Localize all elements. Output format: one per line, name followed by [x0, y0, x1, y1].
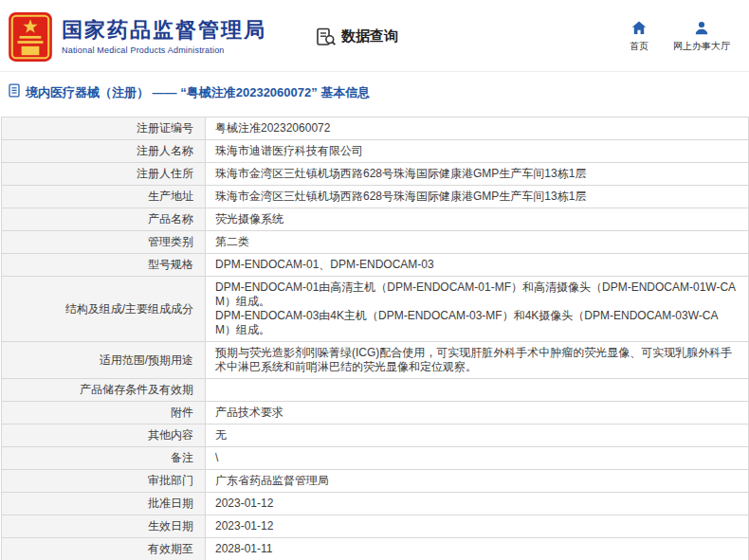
row-value: 珠海市金湾区三灶镇机场西路628号珠海国际健康港GMP生产车间13栋1层: [206, 163, 749, 186]
breadcrumb: 境内医疗器械（注册） —— “粤械注准20232060072” 基本信息: [0, 72, 749, 111]
row-value: 无: [206, 425, 749, 447]
row-label: 型号规格: [2, 254, 206, 277]
table-row: 附件产品技术要求: [2, 402, 749, 425]
site-subtitle: National Medical Products Administration: [62, 45, 266, 55]
row-label: 注册证编号: [2, 117, 206, 140]
row-value: 广东省药品监督管理局: [206, 470, 749, 493]
row-label: 结构及组成/主要组成成分: [2, 277, 206, 342]
row-value: 2028-01-11: [206, 538, 749, 560]
table-row: 注册人住所珠海市金湾区三灶镇机场西路628号珠海国际健康港GMP生产车间13栋1…: [2, 163, 749, 186]
row-label: 生产地址: [2, 186, 206, 208]
row-value: 第二类: [206, 231, 749, 254]
table-row: 结构及组成/主要组成成分DPM-ENDOCAM-01由高清主机（DPM-ENDO…: [2, 277, 749, 342]
row-value: DPM-ENDOCAM-01由高清主机（DPM-ENDOCAM-01-MF）和高…: [206, 277, 749, 342]
table-row: 注册人名称珠海市迪谱医疗科技有限公司: [2, 140, 749, 163]
site-title: 国家药品监督管理局: [62, 18, 266, 42]
table-row: 有效期至2028-01-11: [2, 538, 749, 560]
site-header: 国家药品监督管理局 National Medical Products Admi…: [0, 0, 749, 72]
row-value: \: [206, 447, 749, 470]
row-label: 产品名称: [2, 208, 206, 231]
row-label: 其他内容: [2, 425, 206, 447]
national-emblem-icon: [8, 11, 53, 63]
row-label: 有效期至: [2, 538, 206, 560]
row-label: 备注: [2, 447, 206, 470]
row-value: 2023-01-12: [206, 515, 749, 538]
data-query-icon: [316, 27, 337, 47]
row-value: DPM-ENDOCAM-01、DPM-ENDOCAM-03: [206, 254, 749, 277]
row-label: 适用范围/预期用途: [2, 342, 206, 379]
row-value: [206, 379, 749, 402]
row-value: 预期与荧光造影剂吲哚菁绿(ICG)配合使用，可实现肝脏外科手术中肿瘤的荧光显像、…: [206, 342, 749, 379]
table-row: 适用范围/预期用途预期与荧光造影剂吲哚菁绿(ICG)配合使用，可实现肝脏外科手术…: [2, 342, 749, 379]
nav-home-label: 首页: [630, 40, 649, 53]
row-label: 生效日期: [2, 515, 206, 538]
row-value: 粤械注准20232060072: [206, 117, 749, 140]
row-label: 产品储存条件及有效期: [2, 379, 206, 402]
table-row: 管理类别第二类: [2, 231, 749, 254]
person-icon: [694, 21, 709, 37]
home-icon: [631, 21, 647, 37]
table-row: 其他内容无: [2, 425, 749, 447]
table-row: 产品储存条件及有效期: [2, 379, 749, 402]
row-label: 附件: [2, 402, 206, 425]
page-title: 境内医疗器械（注册） —— “粤械注准20232060072” 基本信息: [26, 84, 370, 101]
row-value: 产品技术要求: [206, 402, 749, 425]
document-icon: [8, 83, 21, 101]
nav-data-query[interactable]: 数据查询: [316, 27, 398, 47]
nav-home[interactable]: 首页: [630, 21, 649, 53]
row-value: 2023-01-12: [206, 493, 749, 515]
brand: 国家药品监督管理局 National Medical Products Admi…: [8, 11, 266, 63]
table-row: 生产地址珠海市金湾区三灶镇机场西路628号珠海国际健康港GMP生产车间13栋1层: [2, 186, 749, 208]
info-table-body: 注册证编号粤械注准20232060072注册人名称珠海市迪谱医疗科技有限公司注册…: [2, 117, 749, 560]
row-label: 审批部门: [2, 470, 206, 493]
row-value: 珠海市迪谱医疗科技有限公司: [206, 140, 749, 163]
header-right-nav: 首页 网上办事大厅: [630, 21, 736, 53]
row-label: 管理类别: [2, 231, 206, 254]
registration-info-table: 注册证编号粤械注准20232060072注册人名称珠海市迪谱医疗科技有限公司注册…: [1, 117, 749, 560]
table-row: 产品名称荧光摄像系统: [2, 208, 749, 231]
table-row: 审批部门广东省药品监督管理局: [2, 470, 749, 493]
row-label: 批准日期: [2, 493, 206, 515]
row-value: 荧光摄像系统: [206, 208, 749, 231]
row-label: 注册人住所: [2, 163, 206, 186]
nav-data-query-label: 数据查询: [341, 27, 398, 45]
table-row: 备注\: [2, 447, 749, 470]
brand-text: 国家药品监督管理局 National Medical Products Admi…: [62, 18, 266, 54]
row-value: 珠海市金湾区三灶镇机场西路628号珠海国际健康港GMP生产车间13栋1层: [206, 186, 749, 208]
table-row: 生效日期2023-01-12: [2, 515, 749, 538]
nav-online-hall[interactable]: 网上办事大厅: [673, 21, 730, 53]
table-row: 注册证编号粤械注准20232060072: [2, 117, 749, 140]
row-label: 注册人名称: [2, 140, 206, 163]
table-row: 批准日期2023-01-12: [2, 493, 749, 515]
nav-online-hall-label: 网上办事大厅: [673, 40, 730, 53]
table-row: 型号规格DPM-ENDOCAM-01、DPM-ENDOCAM-03: [2, 254, 749, 277]
